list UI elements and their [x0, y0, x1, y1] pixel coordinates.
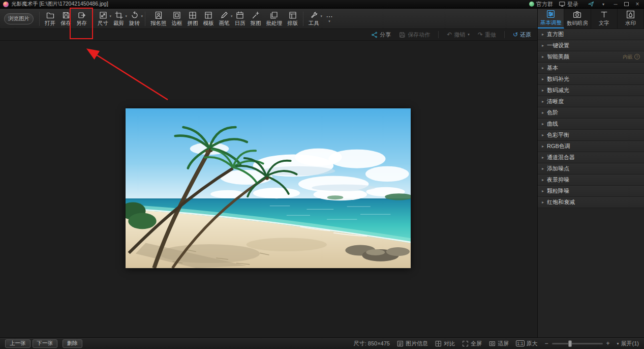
toolbar-button-crop[interactable]: ▾ 裁剪	[111, 10, 127, 28]
panel-item-rgb-tone[interactable]: ▸ RGB色调	[538, 141, 644, 152]
undo-label: 撤销	[454, 31, 465, 39]
panel-item-color-balance[interactable]: ▸ 色彩平衡	[538, 130, 644, 141]
cutout-icon	[252, 11, 260, 19]
fullscreen-button[interactable]: 全屏	[462, 340, 482, 347]
feedback-kite-icon[interactable]	[588, 1, 595, 7]
template-icon	[204, 11, 212, 19]
panel-item-red-saturation-decay[interactable]: ▸ 红饱和衰减	[538, 197, 644, 208]
redo-button[interactable]: ↷ 重做	[478, 31, 496, 39]
panel-item-channel-mixer[interactable]: ▸ 通道混合器	[538, 152, 644, 163]
chevron-right-icon: ▸	[542, 166, 544, 171]
panel-section-list: ▸ 直方图 ▸ 一键设置 ▸ 智能美颜 内嵌 ? ▸ 基本 ▸ 数码	[538, 29, 644, 208]
toolbar-button-cutout[interactable]: 抠图	[248, 10, 264, 28]
zoom-in-button[interactable]: +	[606, 340, 610, 347]
official-group-button[interactable]: 官方群	[529, 1, 553, 8]
toolbar-button-frame[interactable]: 边框	[169, 10, 185, 28]
chevron-right-icon: ▸	[542, 133, 544, 137]
open-icon	[46, 11, 54, 19]
login-label: 登录	[567, 1, 578, 8]
chevron-down-icon[interactable]: ▾	[468, 33, 470, 37]
fit-screen-button[interactable]: 适屏	[489, 340, 509, 347]
chevron-right-icon: ▸	[542, 110, 544, 115]
panel-item-one-click-settings[interactable]: ▸ 一键设置	[538, 40, 644, 51]
compare-button[interactable]: 对比	[435, 340, 455, 347]
toolbar-button-save-as[interactable]: 另存	[74, 10, 89, 28]
tab-text[interactable]: 文字	[591, 9, 618, 28]
panel-item-smart-beautify[interactable]: ▸ 智能美颜 内嵌 ?	[538, 51, 644, 63]
panel-item-label: 数码补光	[547, 75, 569, 83]
image-info-button[interactable]: 图片信息	[397, 340, 428, 347]
tab-basic-adjust[interactable]: 基本调整	[538, 9, 564, 28]
chevron-right-icon: ▸	[542, 88, 544, 93]
toolbar-button-label: 报名照	[150, 20, 167, 26]
panel-item-label: 基本	[547, 64, 558, 72]
tab-label: 数码暗房	[567, 20, 588, 27]
save-action-button[interactable]: 保存动作	[399, 31, 430, 39]
panel-item-clarity[interactable]: ▸ 清晰度	[538, 96, 644, 107]
status-bar: 上一张 下一张 删除 尺寸: 850×475 图片信息 对比 全屏 适屏 1:1	[0, 337, 644, 349]
toolbar-button-save[interactable]: 保存	[58, 10, 74, 28]
watermark-icon	[626, 10, 635, 19]
editor-canvas[interactable]	[0, 41, 537, 337]
panel-item-digital-fill-light[interactable]: ▸ 数码补光	[538, 74, 644, 85]
panel-item-basic[interactable]: ▸ 基本	[538, 63, 644, 74]
panel-item-night-denoise[interactable]: ▸ 夜景抑噪	[538, 174, 644, 186]
photo-beach-image[interactable]	[126, 108, 411, 268]
chevron-right-icon: ▸	[542, 43, 544, 48]
previous-image-button[interactable]: 上一张	[5, 339, 30, 348]
help-icon[interactable]: ?	[634, 54, 640, 60]
minimize-button[interactable]: ─	[612, 2, 619, 7]
toolbar-button-calendar[interactable]: 日历	[232, 10, 248, 28]
share-button[interactable]: 分享	[371, 31, 391, 39]
toolbar-button-brush[interactable]: ▾ 画笔	[217, 10, 232, 28]
zoom-out-button[interactable]: −	[545, 340, 548, 347]
maximize-button[interactable]	[624, 2, 629, 6]
share-icon	[371, 32, 378, 38]
titlebar: 光影魔术手 [E:\图片\1720421450486.jpg] 官方群 登录 ▾…	[0, 0, 644, 9]
delete-image-button[interactable]: 删除	[63, 339, 82, 348]
image-info-icon	[397, 340, 404, 347]
chevron-down-icon: ▾	[617, 341, 619, 346]
toolbar-button-id-photo[interactable]: 报名照	[148, 10, 169, 28]
actual-size-button[interactable]: 1:1 原大	[516, 340, 538, 347]
toolbar-button-label: 尺寸	[98, 20, 108, 26]
id-photo-icon	[155, 11, 163, 19]
toolbar-button-label: 保存	[60, 20, 71, 26]
chevron-right-icon: ▸	[542, 99, 544, 104]
panel-item-curves[interactable]: ▸ 曲线	[538, 119, 644, 130]
toolbar-button-open[interactable]: 打开	[42, 10, 58, 28]
tab-watermark[interactable]: 水印	[618, 9, 644, 28]
panel-item-grain-denoise[interactable]: ▸ 颗粒降噪	[538, 186, 644, 197]
toolbar-button-batch-process[interactable]: 批处理	[264, 10, 285, 28]
restore-label: 还原	[520, 31, 531, 39]
next-image-button[interactable]: 下一张	[33, 339, 58, 348]
panel-item-label: RGB色调	[547, 142, 570, 150]
toolbar-button-collage[interactable]: 拼图	[185, 10, 201, 28]
undo-button[interactable]: ↶ 撤销 ▾	[447, 31, 470, 39]
panel-item-levels[interactable]: ▸ 色阶	[538, 107, 644, 119]
panel-item-digital-dim-light[interactable]: ▸ 数码减光	[538, 85, 644, 96]
toolbar-button-tools[interactable]: ▾ 工具	[306, 10, 322, 28]
text-icon	[600, 10, 608, 19]
toolbar-button-template[interactable]: 模板	[201, 10, 217, 28]
toolbar-button-rotate[interactable]: ▾ 旋转	[127, 10, 142, 28]
application-window: 光影魔术手 [E:\图片\1720421450486.jpg] 官方群 登录 ▾…	[0, 0, 644, 349]
login-button[interactable]: 登录	[559, 1, 578, 8]
tab-digital-darkroom[interactable]: 数码暗房	[564, 9, 591, 28]
toolbar-button-label: 另存	[76, 20, 87, 26]
batch-icon	[270, 11, 278, 19]
close-button[interactable]: ×	[634, 1, 641, 8]
panel-item-add-noise[interactable]: ▸ 添加噪点	[538, 163, 644, 174]
zoom-slider[interactable]	[552, 343, 603, 344]
zoom-slider-handle[interactable]	[568, 340, 572, 347]
tab-label: 水印	[625, 20, 636, 27]
panel-item-histogram[interactable]: ▸ 直方图	[538, 29, 644, 40]
browse-images-button[interactable]: 浏览图片	[4, 13, 34, 24]
toolbar-button-label: 边框	[172, 20, 182, 26]
expand-panel-button[interactable]: ▾ 展开(1)	[617, 340, 639, 347]
titlebar-chevron-down-icon[interactable]: ▾	[600, 2, 607, 7]
toolbar-button-resize[interactable]: ▾ 尺寸	[95, 10, 111, 28]
toolbar-button-layout[interactable]: 排版	[285, 10, 300, 28]
restore-button[interactable]: ↺ 还原	[513, 31, 531, 39]
toolbar-more-button[interactable]: ⋯ ▾	[322, 10, 337, 28]
